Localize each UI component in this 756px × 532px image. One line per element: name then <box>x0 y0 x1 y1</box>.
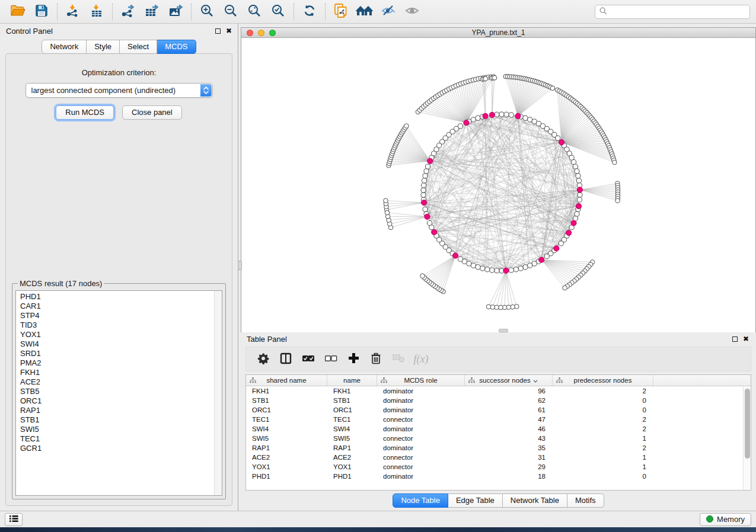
mcds-list-scrollbar[interactable] <box>214 291 222 495</box>
mcds-hub-node[interactable] <box>566 230 572 235</box>
cell-MCDS-role[interactable]: dominator <box>377 397 465 404</box>
ring-node[interactable] <box>421 193 426 197</box>
leaf-node[interactable] <box>615 198 620 203</box>
cell-successor-nodes[interactable]: 43 <box>465 435 553 442</box>
ring-node[interactable] <box>528 263 532 268</box>
select-all-rows-button[interactable] <box>298 350 318 368</box>
cell-successor-nodes[interactable]: 62 <box>465 397 553 404</box>
mcds-hub-node[interactable] <box>577 187 582 193</box>
mcds-hub-node[interactable] <box>489 112 495 117</box>
mcds-node-item[interactable]: STB1 <box>20 415 222 425</box>
ring-node[interactable] <box>421 188 426 193</box>
ring-node[interactable] <box>509 113 513 117</box>
tab-edge-table[interactable]: Edge Table <box>448 493 503 508</box>
cell-predecessor-nodes[interactable]: 2 <box>553 416 653 423</box>
table-scrollbar[interactable] <box>743 387 751 490</box>
ring-node[interactable] <box>578 193 582 197</box>
mcds-hub-node[interactable] <box>483 113 488 118</box>
table-panel-close-icon[interactable]: ✖ <box>743 336 749 342</box>
table-row[interactable]: ACE2ACE2connector311 <box>246 453 751 462</box>
cell-successor-nodes[interactable]: 61 <box>465 406 553 414</box>
search-box[interactable] <box>595 5 750 19</box>
mcds-hub-node[interactable] <box>515 113 521 118</box>
cell-successor-nodes[interactable]: 31 <box>465 454 553 461</box>
first-neighbors-button[interactable] <box>353 2 377 21</box>
mcds-node-item[interactable]: GCR1 <box>20 444 222 453</box>
column-header-MCDS-role[interactable]: MCDS role <box>377 375 465 386</box>
cell-name[interactable]: FKH1 <box>327 387 377 395</box>
cell-shared-name[interactable]: ORC1 <box>246 406 327 414</box>
deselect-all-rows-button[interactable] <box>321 350 341 368</box>
cell-predecessor-nodes[interactable]: 1 <box>553 435 653 442</box>
leaf-node[interactable] <box>486 305 491 309</box>
column-header-successor-nodes[interactable]: successor nodes <box>465 375 553 386</box>
leaf-node[interactable] <box>483 76 488 81</box>
mcds-node-item[interactable]: ORC1 <box>20 396 222 406</box>
cell-name[interactable]: SWI4 <box>327 425 377 432</box>
ring-node[interactable] <box>458 257 462 261</box>
column-header-predecessor-nodes[interactable]: predecessor nodes <box>553 375 653 386</box>
cell-name[interactable]: STB1 <box>327 397 377 404</box>
search-input[interactable] <box>610 8 745 16</box>
mcds-hub-node[interactable] <box>539 257 544 262</box>
table-row[interactable]: STB1STB1dominator620 <box>246 396 751 405</box>
cell-predecessor-nodes[interactable]: 2 <box>553 444 653 451</box>
hide-selected-button[interactable] <box>377 2 400 21</box>
cell-shared-name[interactable]: TEC1 <box>246 416 327 423</box>
mcds-hub-node[interactable] <box>503 268 509 273</box>
network-view-canvas[interactable] <box>241 38 755 332</box>
table-scrollbar-thumb[interactable] <box>745 389 750 459</box>
cell-predecessor-nodes[interactable]: 1 <box>553 463 653 470</box>
table-row[interactable]: SWI5SWI5connector431 <box>246 434 751 443</box>
mcds-node-item[interactable]: PMA2 <box>20 358 222 368</box>
task-history-button[interactable] <box>5 513 23 526</box>
ring-node[interactable] <box>571 159 576 164</box>
mcds-hub-node[interactable] <box>425 214 430 219</box>
cell-predecessor-nodes[interactable]: 1 <box>553 454 653 461</box>
cell-shared-name[interactable]: RAP1 <box>246 444 327 451</box>
mcds-node-item[interactable]: SWI5 <box>20 425 222 434</box>
ring-node[interactable] <box>424 169 429 174</box>
cell-MCDS-role[interactable]: dominator <box>377 425 465 432</box>
ring-node[interactable] <box>423 207 428 211</box>
table-row[interactable]: SWI4SWI4dominator462 <box>246 424 751 434</box>
tab-mcds[interactable]: MCDS <box>157 40 196 54</box>
tab-node-table[interactable]: Node Table <box>393 493 448 508</box>
cell-MCDS-role[interactable]: connector <box>377 416 465 423</box>
ring-node[interactable] <box>528 117 532 122</box>
mcds-node-item[interactable]: YOX1 <box>20 330 222 339</box>
tab-select[interactable]: Select <box>120 40 157 54</box>
ring-node[interactable] <box>576 174 580 178</box>
ring-node[interactable] <box>576 178 581 183</box>
mcds-hub-node[interactable] <box>576 203 581 209</box>
cell-predecessor-nodes[interactable]: 0 <box>553 406 653 414</box>
mcds-hub-node[interactable] <box>428 158 433 164</box>
optimization-criterion-select[interactable]: largest connected component (undirected) <box>25 83 213 98</box>
memory-button[interactable]: Memory <box>700 513 751 526</box>
zoom-out-button[interactable] <box>219 2 243 21</box>
cell-shared-name[interactable]: SWI4 <box>246 425 327 432</box>
network-window-titlebar[interactable]: YPA_prune.txt_1 <box>241 28 755 38</box>
cell-MCDS-role[interactable]: connector <box>377 435 465 442</box>
cell-predecessor-nodes[interactable]: 2 <box>553 387 653 395</box>
cell-successor-nodes[interactable]: 46 <box>465 425 553 432</box>
cell-MCDS-role[interactable]: dominator <box>377 444 465 451</box>
import-table-button[interactable] <box>85 2 109 21</box>
ring-node[interactable] <box>495 112 499 117</box>
tab-network-table[interactable]: Network Table <box>503 493 567 508</box>
cell-MCDS-role[interactable]: dominator <box>377 387 465 395</box>
save-session-button[interactable] <box>30 2 53 21</box>
cell-shared-name[interactable]: ACE2 <box>246 454 327 461</box>
table-row[interactable]: TEC1TEC1connector472 <box>246 415 751 424</box>
table-settings-gear-button[interactable] <box>253 350 273 368</box>
ring-node[interactable] <box>499 112 504 117</box>
mcds-hub-node[interactable] <box>421 200 426 205</box>
ring-node[interactable] <box>509 268 513 273</box>
ring-node[interactable] <box>523 116 528 120</box>
ring-node[interactable] <box>559 241 563 246</box>
mcds-hub-node[interactable] <box>554 246 559 251</box>
ring-node[interactable] <box>476 116 480 120</box>
cell-name[interactable]: ORC1 <box>327 406 377 414</box>
cell-shared-name[interactable]: PHD1 <box>246 473 327 480</box>
ring-node[interactable] <box>556 136 560 140</box>
